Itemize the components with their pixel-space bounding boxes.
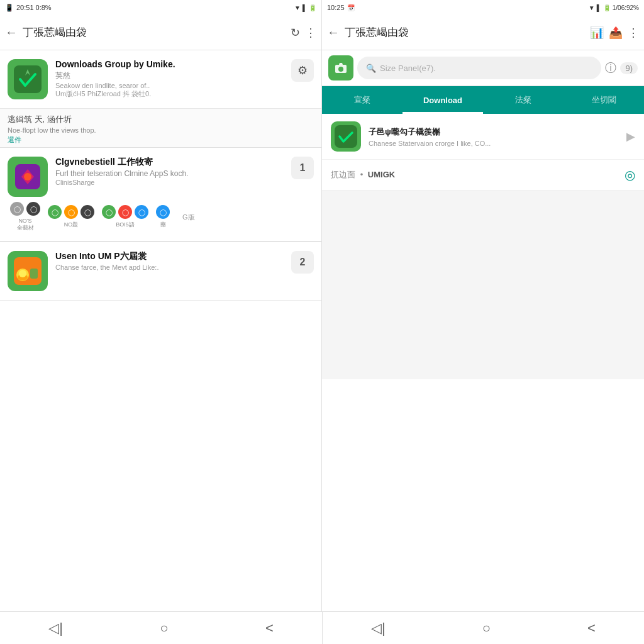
app-item-1[interactable]: Downloads Group by Umike. 英慈 Seakow den …	[0, 50, 321, 109]
search-placeholder: Size Panel(e7).	[380, 64, 436, 73]
tab-xuan[interactable]: 宣粲	[322, 86, 402, 114]
group-1-icons: ◯ ◯	[10, 202, 40, 216]
search-input[interactable]: 🔍 Size Panel(e7).	[357, 57, 601, 79]
right-app-desc-1: Chanese Statervaion crorge I like, CO...	[369, 140, 626, 147]
mini-icon-g2b: ◯	[64, 205, 78, 219]
tab-download[interactable]: Download	[402, 86, 483, 114]
right-app-icon-1	[331, 121, 361, 152]
left-nav-home[interactable]: ○	[160, 620, 168, 636]
right-action-icons: 📊 📤 ⋮	[590, 26, 639, 40]
group-2-label: NO題	[64, 221, 79, 229]
mini-icon-g3b: ◯	[118, 205, 132, 219]
umigk-row: 扤边面 • UMIGK ◎	[322, 160, 644, 191]
left-back-button[interactable]: ←	[5, 25, 18, 40]
app-icon-2	[8, 157, 48, 197]
tab-fa[interactable]: 法粲	[483, 86, 564, 114]
umigk-name: UMIGK	[368, 170, 395, 179]
right-nav-back[interactable]: ◁|	[371, 620, 386, 636]
app-item-2-top: Clgvnebestiell 工作牧寄 Furl their telserati…	[8, 157, 314, 197]
group-4-label: 藥	[160, 221, 166, 229]
left-bottom-nav: ◁| ○ <	[0, 612, 322, 644]
right-app-bar: ← 丁張莣嵑由袋 📊 📤 ⋮	[322, 15, 644, 50]
app-name-3: Usen Into UM P六屆裳	[55, 251, 286, 262]
badge-num-2: 1	[300, 162, 306, 174]
mini-icon-g1b: ◯	[26, 202, 40, 216]
status-main: 逃緝筑 天, 涵什圻	[8, 114, 314, 125]
right-app-name-1: 子邑ψ嚨勾子橇羨槲	[369, 126, 626, 138]
right-battery-icon: 🔋	[603, 4, 611, 11]
umigk-dot: •	[360, 170, 364, 179]
svg-point-8	[19, 270, 26, 277]
left-status-time: 20:51 0:8%	[16, 4, 52, 11]
right-back-button[interactable]: ←	[327, 25, 340, 40]
app-desc-3: Chanse farce, the Mevt apd Like:.	[55, 264, 286, 271]
app-name-2: Clgvnebestiell 工作牧寄	[55, 157, 286, 168]
status-link[interactable]: 還件	[8, 135, 314, 145]
group-4-icons: ◯	[156, 205, 170, 219]
app-icon-3	[8, 251, 48, 291]
right-signal-icon: ▌	[597, 4, 601, 11]
share-icon[interactable]: 📤	[609, 26, 623, 40]
group-3: ◯ ◯ ◯ BOI5語	[102, 205, 148, 229]
app-info-2: Clgvnebestiell 工作牧寄 Furl their telserati…	[55, 157, 286, 186]
mini-icon-g2c: ◯	[80, 205, 94, 219]
svg-marker-12	[339, 63, 343, 65]
group-1-label: NO'S全藝材	[17, 218, 34, 232]
bar-chart-icon[interactable]: 📊	[590, 26, 604, 40]
right-app-item-1[interactable]: 子邑ψ嚨勾子橇羨槲 Chanese Statervaion crorge I l…	[322, 114, 644, 160]
left-nav-back[interactable]: ◁|	[48, 620, 63, 636]
mini-icon-g3a: ◯	[102, 205, 116, 219]
left-content: Downloads Group by Umike. 英慈 Seakow den …	[0, 50, 321, 611]
empty-space	[322, 191, 644, 379]
group-2: ◯ ◯ ◯ NO題	[48, 205, 94, 229]
status-sub: Noe-flopt low the views thop.	[8, 126, 314, 134]
app-icon-1	[8, 59, 48, 99]
left-status-icons: 📱	[5, 4, 14, 12]
right-status-time: 10:25	[327, 4, 345, 11]
app-item-2[interactable]: Clgvnebestiell 工作牧寄 Furl their telserati…	[0, 148, 321, 242]
right-more-icon[interactable]: ⋮	[628, 26, 639, 40]
app-badge-1[interactable]: ⚙	[291, 59, 314, 82]
left-app-bar: ← 丁張莣嵑由袋 ↻ ⋮	[0, 15, 321, 50]
badge-num-3: 2	[300, 257, 306, 268]
app-name-1: Downloads Group by Umike.	[55, 59, 286, 69]
refresh-icon[interactable]: ↻	[291, 26, 300, 40]
right-nav-home[interactable]: ○	[482, 620, 491, 636]
right-wifi-icon: ▼	[589, 4, 595, 11]
app-badge-3[interactable]: 2	[291, 251, 314, 274]
group-2-icons: ◯ ◯ ◯	[48, 205, 94, 219]
app-item-3[interactable]: Usen Into UM P六屆裳 Chanse farce, the Mevt…	[0, 242, 321, 301]
group-4: ◯ 藥	[156, 205, 170, 229]
group-1: ◯ ◯ NO'S全藝材	[10, 202, 40, 232]
left-action-icons: ↻ ⋮	[291, 26, 316, 40]
app-item-2-extra: ◯ ◯ NO'S全藝材 ◯ ◯ ◯ NO題	[8, 202, 195, 232]
svg-rect-9	[30, 269, 38, 279]
right-list: 子邑ψ嚨勾子橇羨槲 Chanese Statervaion crorge I l…	[322, 114, 644, 611]
umigk-text: 扤边面 • UMIGK	[331, 169, 625, 180]
right-search-bar: 🔍 Size Panel(e7). ⓘ 9)	[322, 50, 644, 86]
group-3-label: BOI5語	[116, 221, 135, 229]
camera-icon[interactable]	[328, 55, 353, 80]
right-title: 丁張莣嵑由袋	[345, 25, 590, 40]
umigk-action-icon[interactable]: ◎	[625, 167, 635, 182]
left-nav-recent[interactable]: <	[265, 620, 274, 636]
play-icon[interactable]: ▶	[626, 130, 635, 143]
app-provider-2: ClinisSharge	[55, 179, 286, 186]
left-wifi-icon: ▼	[294, 4, 301, 11]
app-sub-1: 英慈	[55, 70, 286, 81]
left-title: 丁張莣嵑由袋	[23, 25, 291, 40]
tab-zuo[interactable]: 坐切閾	[564, 86, 644, 114]
mini-icon-g3c: ◯	[135, 205, 148, 219]
right-nav-recent[interactable]: <	[587, 620, 596, 636]
right-status-icon: 📅	[347, 4, 355, 11]
more-icon[interactable]: ⋮	[305, 26, 316, 40]
notification-icon[interactable]: ⓘ	[605, 60, 616, 75]
app2-bottom-label: G版	[182, 213, 195, 222]
settings-icon: ⚙	[297, 64, 308, 77]
app-badge-2[interactable]: 1	[291, 157, 314, 179]
count-badge: 9)	[620, 62, 638, 74]
svg-rect-13	[335, 125, 357, 148]
left-battery-icon: 🔋	[309, 4, 316, 11]
svg-point-4	[24, 173, 31, 180]
umigk-prefix: 扤边面	[331, 170, 355, 179]
